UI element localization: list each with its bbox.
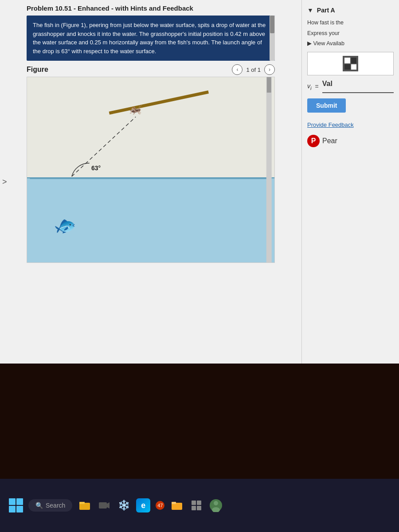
problem-scrollbar[interactable] xyxy=(270,16,275,61)
velocity-input-field[interactable]: Val xyxy=(322,80,394,93)
windows-icon-cell-4 xyxy=(16,506,23,512)
windows-icon-cell-3 xyxy=(9,506,16,512)
svg-marker-8 xyxy=(107,502,110,509)
main-content-area: > Problem 10.51 - Enhanced - with Hints … xyxy=(0,0,399,364)
figure-image-area: 🦗 🐟 63° xyxy=(27,77,275,263)
velocity-value: Val xyxy=(322,80,332,87)
search-icon: 🔍 xyxy=(35,502,43,509)
left-panel: > Problem 10.51 - Enhanced - with Hints … xyxy=(0,0,301,364)
right-panel: ▼ Part A How fast is the Express your Vi… xyxy=(301,0,399,364)
collapse-arrow[interactable]: > xyxy=(2,177,7,187)
view-available[interactable]: View Availab xyxy=(307,40,394,47)
figure-nav: Figure ‹ 1 of 1 › xyxy=(27,64,275,75)
notification-badge[interactable]: 47 xyxy=(156,501,164,510)
pearson-logo: P xyxy=(307,135,320,147)
velocity-equals-sign: = xyxy=(315,83,319,90)
grasshopper-figure: 🦗 xyxy=(129,103,142,115)
svg-rect-11 xyxy=(192,501,196,505)
svg-rect-14 xyxy=(197,506,201,510)
svg-rect-12 xyxy=(197,501,201,505)
pearson-name: Pear xyxy=(322,137,337,145)
next-figure-button[interactable]: › xyxy=(264,64,275,75)
camera-icon[interactable] xyxy=(97,498,111,512)
formula-icon-cell-3 xyxy=(344,64,350,70)
windows-start-button[interactable] xyxy=(9,498,23,512)
search-label: Search xyxy=(46,502,65,509)
question-text: How fast is the xyxy=(307,19,394,27)
svg-rect-0 xyxy=(109,90,209,114)
settings-icon[interactable]: ❄️ xyxy=(117,498,131,512)
problem-title: Problem 10.51 - Enhanced - with Hints an… xyxy=(27,4,295,12)
angle-label: 63° xyxy=(91,164,101,172)
figure-label: Figure xyxy=(27,66,48,74)
apps-grid-icon[interactable] xyxy=(189,498,203,512)
svg-line-1 xyxy=(72,117,136,176)
problem-description: The fish in (Figure 1), peering from jus… xyxy=(33,22,266,55)
edge-icon-symbol: e xyxy=(141,501,145,510)
part-a-header: ▼ Part A xyxy=(307,7,394,14)
submit-button[interactable]: Submit xyxy=(307,98,346,113)
svg-point-16 xyxy=(214,501,218,505)
taskbar-search-bar[interactable]: 🔍 Search xyxy=(28,499,72,512)
svg-rect-4 xyxy=(267,77,271,93)
provide-feedback-link[interactable]: Provide Feedback xyxy=(307,121,394,128)
windows-icon-cell-1 xyxy=(9,498,16,505)
problem-text-box: The fish in (Figure 1), peering from jus… xyxy=(27,16,275,61)
part-a-arrow-icon: ▼ xyxy=(307,7,313,14)
taskbar: 🔍 Search ❄️ e 47 xyxy=(0,479,399,532)
formula-icon-cell-1 xyxy=(344,58,350,63)
formula-area[interactable] xyxy=(307,52,394,75)
badge-number: 47 xyxy=(157,503,163,508)
velocity-input-row: vi = Val xyxy=(307,80,394,93)
prev-figure-button[interactable]: ‹ xyxy=(232,64,243,75)
formula-icon xyxy=(343,56,358,71)
desktop-background xyxy=(0,364,399,479)
file-explorer-icon[interactable] xyxy=(78,498,92,512)
express-text: Express your xyxy=(307,30,394,38)
svg-rect-10 xyxy=(172,502,176,504)
edge-browser-icon[interactable]: e xyxy=(136,498,150,512)
pearson-brand: P Pear xyxy=(307,135,394,147)
svg-rect-3 xyxy=(266,77,272,262)
problem-scrollbar-thumb[interactable] xyxy=(270,16,274,33)
windows-icon-cell-2 xyxy=(16,498,23,505)
figure-page: 1 of 1 xyxy=(246,66,261,73)
pearson-logo-letter: P xyxy=(311,137,316,145)
figure-pagination: ‹ 1 of 1 › xyxy=(232,64,275,75)
svg-rect-6 xyxy=(79,502,85,504)
formula-icon-cell-4 xyxy=(351,64,357,70)
folder-icon[interactable] xyxy=(170,498,184,512)
user-avatar-icon[interactable] xyxy=(209,498,223,512)
velocity-subscript-label: vi xyxy=(307,82,312,91)
svg-rect-7 xyxy=(99,502,107,509)
part-a-label: Part A xyxy=(317,7,335,14)
svg-rect-13 xyxy=(192,506,196,510)
formula-icon-cell-2 xyxy=(351,58,357,63)
